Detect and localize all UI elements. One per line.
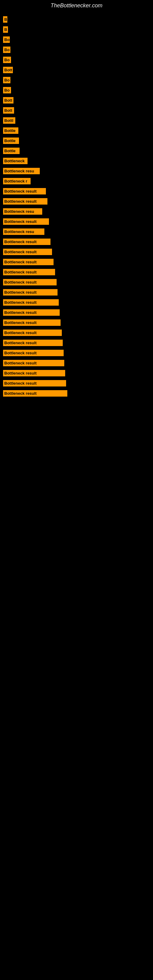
bar-row: Bottleneck result [0,237,153,247]
bar-label: Bottleneck [3,158,27,164]
bar-row: Bo [0,45,153,55]
bar-label: Bottleneck result [3,370,65,376]
bar-label: Bottle [3,137,19,144]
bar-label: Bottleneck result [3,309,60,316]
bar-row: Bottleneck r [0,176,153,186]
bar-row: Bottleneck result [0,328,153,338]
bar-row: Bottle [0,136,153,146]
bar-row: Bottleneck result [0,186,153,196]
bar-row: B [0,24,153,35]
bar-row: Bottl [0,115,153,126]
bar-label: B [3,16,7,23]
bar-row: Bo [0,85,153,95]
bar-row: Bottleneck result [0,338,153,348]
bar-row: Bottleneck [0,156,153,166]
bar-row: Bottleneck result [0,247,153,257]
bar-label: Bottleneck resu [3,168,40,174]
bar-row: Bo [0,55,153,65]
bar-label: Bottleneck result [3,269,55,275]
bar-label: Bottleneck result [3,239,51,245]
bar-label: Bottl [3,117,15,124]
bar-label: Bo [3,87,11,94]
bar-label: Bottleneck result [3,259,54,265]
bar-label: Bottleneck resu [3,208,42,215]
bar-label: Bottleneck r [3,178,30,185]
bar-row: Bottleneck result [0,348,153,358]
bar-label: Bottleneck result [3,360,64,366]
bar-row: Bott [0,95,153,105]
bar-row: Bottleneck resu [0,166,153,176]
bar-row: Bottleneck result [0,267,153,277]
bar-label: Bo [3,46,10,53]
bar-label: Bott [3,67,13,73]
bar-row: Bo [0,35,153,45]
bar-row: Bottleneck result [0,257,153,267]
bar-label: Bottle [3,127,18,134]
bar-row: Bottleneck result [0,307,153,318]
bar-row: Bottleneck result [0,298,153,307]
bar-row: B [0,14,153,24]
bar-label: Bo [3,77,10,83]
bar-row: Bottleneck result [0,388,153,398]
bar-row: Bottleneck result [0,378,153,388]
bar-row: Bo [0,75,153,85]
bar-label: Bo [3,57,11,63]
bar-label: Bottleneck result [3,218,49,225]
bar-label: Bottleneck result [3,299,59,305]
bar-label: Bottleneck result [3,380,66,387]
bar-label: Bott [3,107,14,114]
bar-row: Bottleneck result [0,216,153,227]
bar-label: Bott [3,97,13,103]
bar-row: Bottleneck result [0,196,153,207]
bar-label: Bottleneck result [3,279,57,285]
site-title: TheBottlenecker.com [0,0,153,11]
bar-row: Bott [0,65,153,75]
bar-label: Bottleneck result [3,289,57,296]
bar-label: Bottleneck resu [3,229,45,235]
bars-container: BBBoBoBoBottBoBoBottBottBottlBottleBottl… [0,11,153,401]
bar-row: Bottleneck result [0,287,153,298]
bar-row: Bottleneck result [0,368,153,378]
bar-label: B [3,26,8,33]
bar-row: Bottleneck result [0,277,153,287]
bar-row: Bott [0,105,153,115]
bar-row: Bottleneck resu [0,227,153,237]
bar-label: Bottleneck result [3,320,61,326]
bar-label: Bottleneck result [3,249,52,255]
bar-label: Bo [3,37,10,43]
bar-label: Bottleneck result [3,329,62,336]
bar-row: Bottleneck result [0,358,153,368]
bar-label: Bottleneck result [3,188,46,194]
bar-row: Bottleneck result [0,318,153,328]
bar-row: Bottle [0,126,153,136]
bar-label: Bottleneck result [3,340,63,346]
bar-label: Bottleneck result [3,390,67,396]
bar-row: Bottleneck resu [0,207,153,216]
bar-label: Bottleneck result [3,198,48,205]
bar-row: Bottle [0,146,153,156]
bar-label: Bottle [3,148,19,154]
bar-label: Bottleneck result [3,350,64,356]
